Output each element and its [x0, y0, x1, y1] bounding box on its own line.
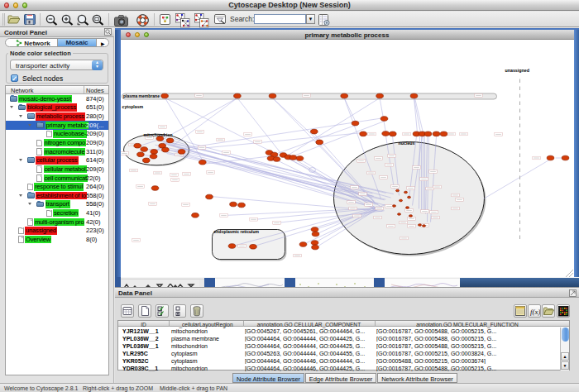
- svg-text:mitochondrion: mitochondrion: [143, 132, 172, 137]
- svg-text:unassigned: unassigned: [505, 68, 529, 73]
- svg-text:f(x): f(x): [530, 308, 540, 316]
- svg-text:plasma membrane: plasma membrane: [123, 93, 160, 98]
- svg-text:endoplasmic reticulum: endoplasmic reticulum: [213, 229, 259, 234]
- svg-text:nucleus: nucleus: [398, 141, 414, 146]
- svg-text:cytoplasm: cytoplasm: [122, 104, 143, 109]
